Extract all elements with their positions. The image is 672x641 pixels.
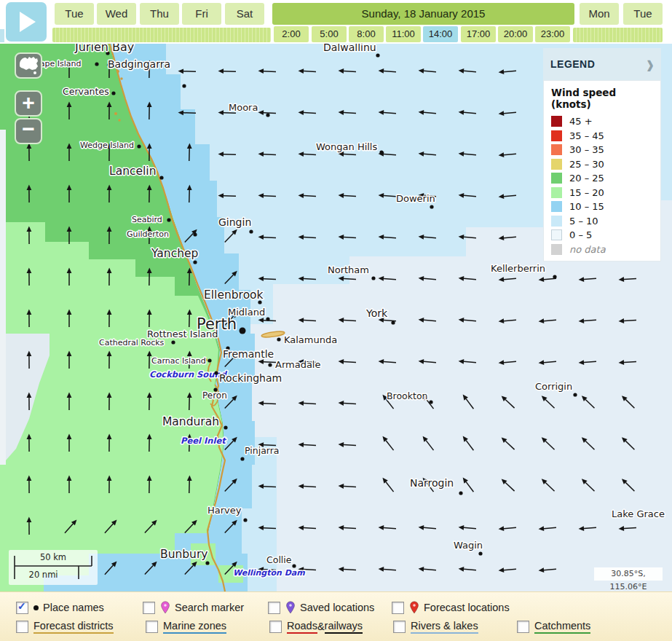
layer-checkbox[interactable]: ✓ — [143, 602, 155, 614]
legend-item: 5 – 10 — [551, 214, 653, 229]
scale-km-label: 50 km — [9, 552, 98, 562]
layer-checkbox[interactable]: ✓ — [146, 621, 158, 633]
place-dot — [268, 363, 272, 366]
layer-toggle-saved-locations[interactable]: ✓Saved locations — [268, 600, 374, 615]
place-dot — [193, 232, 197, 236]
map-label: Narrogin — [410, 477, 454, 489]
layer-checkbox[interactable]: ✓ — [16, 621, 28, 633]
map-label: Ellenbrook — [204, 288, 264, 302]
legend-swatch — [551, 229, 562, 240]
timeline-bar: Tue Wed Thu Fri Sat Sunday, 18 January 2… — [0, 0, 672, 44]
zoom-out-button[interactable]: − — [15, 118, 42, 144]
map-label: Wagin — [454, 540, 483, 551]
place-dot — [207, 358, 211, 362]
place-dot — [266, 317, 269, 320]
time-cell-2000[interactable]: 20:00 — [498, 26, 533, 42]
layers-panel: ✓Place names✓Search marker✓Saved locatio… — [0, 591, 672, 641]
place-dot — [553, 275, 556, 278]
place-dot — [478, 551, 482, 555]
play-button[interactable] — [6, 2, 47, 42]
layer-checkbox[interactable]: ✓ — [393, 621, 406, 633]
map-label: Dowerin — [396, 193, 435, 204]
layer-label: Roads — [287, 620, 317, 634]
place-dot — [292, 564, 296, 567]
time-cell-2300[interactable]: 23:00 — [535, 26, 570, 42]
day-tab-mon[interactable]: Mon — [580, 3, 619, 25]
day-tab-selected-sunday[interactable]: Sunday, 18 January 2015 — [272, 3, 574, 25]
day-tab-sat[interactable]: Sat — [225, 3, 264, 25]
layer-label: Search marker — [175, 602, 244, 613]
legend-item: 0 – 5 — [551, 228, 653, 243]
map-label: Dalwallinu — [323, 44, 376, 53]
layer-toggle-search-marker[interactable]: ✓Search marker — [143, 600, 244, 615]
place-dot — [111, 91, 115, 95]
place-dot — [137, 144, 141, 148]
layer-checkbox[interactable]: ✓ — [269, 621, 282, 633]
place-dot — [459, 491, 462, 495]
place-dot — [214, 371, 218, 374]
legend-item: 35 – 45 — [551, 129, 653, 143]
layer-checkbox[interactable]: ✓ — [392, 602, 404, 614]
time-cell-1400-selected[interactable]: 14:00 — [423, 26, 458, 42]
map-label: Harvey — [207, 505, 242, 516]
place-dot — [391, 320, 395, 324]
australia-view-button[interactable] — [15, 52, 42, 79]
map-pin-icon — [160, 601, 170, 614]
place-dot — [277, 337, 280, 341]
layer-toggle-place-names[interactable]: ✓Place names — [16, 600, 104, 615]
legend-rows: 45 +35 – 4530 – 3525 – 3020 – 2515 – 201… — [551, 114, 653, 256]
layer-toggle-rivers-lakes[interactable]: ✓Rivers & lakes — [393, 619, 478, 634]
map-label: Lancelin — [109, 165, 156, 178]
map-label: Wongan Hills — [316, 141, 377, 152]
map-label: Wellington Dam — [233, 568, 305, 578]
time-cell-0800[interactable]: 8:00 — [349, 26, 384, 42]
map-pin-icon — [285, 601, 296, 614]
layer-toggle-catchments[interactable]: ✓Catchments — [517, 619, 590, 634]
legend-swatch — [551, 173, 562, 184]
map-viewport[interactable]: Jurien BayEscape IslandCervantesBadginga… — [0, 44, 672, 591]
time-cell-0200[interactable]: 2:00 — [274, 26, 309, 42]
time-cell-0500[interactable]: 5:00 — [312, 26, 347, 42]
time-cell-1700[interactable]: 17:00 — [461, 26, 496, 42]
cursor-coordinates: 30.85°S, 115.06°E — [594, 567, 663, 581]
place-dot — [249, 229, 253, 233]
legend-collapse-chevron-icon[interactable]: › — [647, 50, 654, 79]
timeline-stripes-right[interactable] — [573, 28, 663, 42]
legend-item: 45 + — [551, 114, 653, 129]
map-label: Armadale — [275, 359, 320, 370]
day-tab-fri[interactable]: Fri — [182, 3, 221, 25]
place-dot — [240, 328, 246, 334]
legend-label: 0 – 5 — [569, 229, 592, 240]
zoom-in-button[interactable]: + — [15, 90, 42, 117]
layer-checkbox[interactable]: ✓ — [268, 602, 280, 614]
layer-label: Marine zones — [163, 620, 226, 634]
day-tab-thu[interactable]: Thu — [140, 3, 179, 25]
day-tab-wed[interactable]: Wed — [97, 3, 136, 25]
layer-toggle-forecast-districts[interactable]: ✓Forecast districts — [16, 619, 114, 634]
layer-checkbox[interactable]: ✓ — [16, 602, 28, 614]
layer-toggle-marine-zones[interactable]: ✓Marine zones — [146, 619, 226, 634]
day-tab-tue2[interactable]: Tue — [623, 3, 663, 25]
time-cell-1100[interactable]: 11:00 — [386, 26, 421, 42]
australia-icon — [16, 54, 41, 77]
timeline-stripes-left[interactable] — [52, 28, 271, 42]
legend-swatch — [551, 201, 562, 212]
layer-label: Forecast districts — [33, 620, 114, 634]
legend-label: 5 – 10 — [569, 216, 598, 227]
place-dot — [167, 218, 170, 221]
layer-toggle-roads-railways[interactable]: ✓Roads & railways — [269, 619, 363, 634]
place-dot — [573, 393, 577, 396]
legend-item: 30 – 35 — [551, 143, 653, 157]
layer-toggle-forecast-locations[interactable]: ✓Forecast locations — [392, 600, 510, 615]
map-label: Badgingarra — [108, 58, 170, 70]
layer-checkbox[interactable]: ✓ — [517, 621, 529, 633]
legend-header[interactable]: LEGEND › — [543, 48, 661, 80]
place-dot — [379, 150, 383, 154]
legend-swatch — [551, 116, 562, 127]
day-tab-tue[interactable]: Tue — [55, 3, 94, 25]
place-dot — [243, 518, 247, 522]
legend-swatch — [551, 216, 562, 227]
legend-item: 10 – 15 — [551, 200, 653, 214]
islet-shape — [120, 77, 122, 79]
map-pin-icon — [409, 601, 419, 614]
